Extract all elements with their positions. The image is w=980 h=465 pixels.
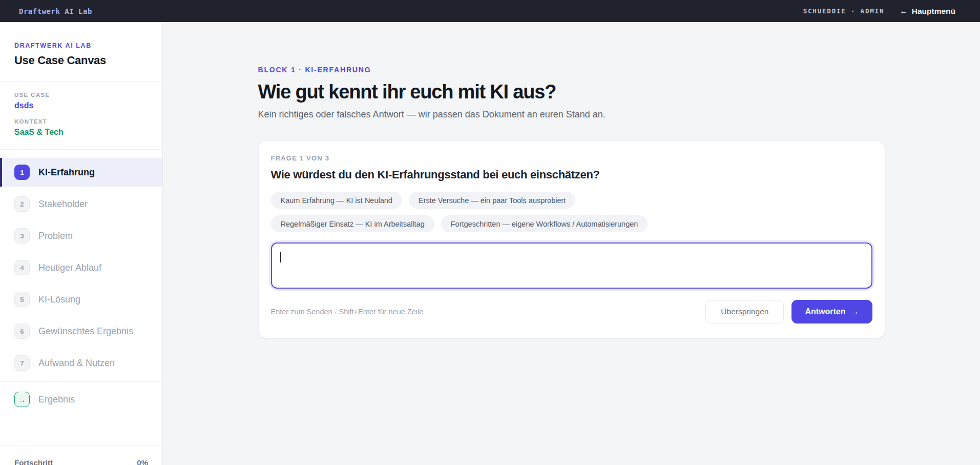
card-footer: Enter zum Senden · Shift+Enter für neue … bbox=[271, 300, 872, 324]
skip-button[interactable]: Überspringen bbox=[705, 300, 784, 324]
submit-button[interactable]: Antworten → bbox=[791, 300, 872, 324]
sidebar-step-heutiger-ablauf[interactable]: 4 Heutiger Ablauf bbox=[0, 253, 162, 282]
step-label: Problem bbox=[38, 231, 73, 241]
app-logo: Draftwerk AI Lab bbox=[19, 7, 92, 15]
step-number-badge: 3 bbox=[14, 228, 30, 244]
chip-fortgeschritten[interactable]: Fortgeschritten — eigene Workflows / Aut… bbox=[441, 215, 648, 232]
divider bbox=[0, 381, 162, 382]
progress-value: 0% bbox=[137, 458, 148, 465]
page-subtitle: Kein richtiges oder falsches Antwort — w… bbox=[258, 109, 885, 120]
chip-erste-versuche[interactable]: Erste Versuche — ein paar Tools ausprobi… bbox=[409, 192, 575, 209]
keyboard-hint: Enter zum Senden · Shift+Enter für neue … bbox=[271, 308, 424, 316]
step-label: Gewünschtes Ergebnis bbox=[38, 326, 133, 337]
sidebar-title: Use Case Canvas bbox=[14, 54, 148, 67]
text-caret bbox=[280, 252, 281, 262]
step-number-badge: 5 bbox=[14, 292, 30, 307]
step-label: Stakeholder bbox=[38, 199, 88, 210]
answer-input[interactable] bbox=[271, 242, 872, 289]
step-list: 1 KI-Erfahrung 2 Stakeholder 3 Problem 4… bbox=[0, 150, 162, 381]
main-content: BLOCK 1 · KI-ERFAHRUNG Wie gut kennt ihr… bbox=[258, 22, 885, 338]
question-card: FRAGE 1 VON 3 Wie würdest du den KI-Erfa… bbox=[258, 140, 885, 338]
sidebar-step-aufwand-nutzen[interactable]: 7 Aufwand & Nutzen bbox=[0, 349, 162, 377]
page-title: Wie gut kennt ihr euch mit KI aus? bbox=[258, 81, 885, 103]
context-value: SaaS & Tech bbox=[14, 128, 148, 137]
user-role-badge: SCHUEDDIE · ADMIN bbox=[803, 7, 885, 15]
step-number-badge: 6 bbox=[14, 324, 30, 339]
app-shell: DRAFTWERK AI LAB Use Case Canvas USE CAS… bbox=[0, 22, 980, 465]
step-label: Aufwand & Nutzen bbox=[38, 358, 115, 369]
step-number-badge: 7 bbox=[14, 355, 30, 371]
sidebar: DRAFTWERK AI LAB Use Case Canvas USE CAS… bbox=[0, 22, 163, 465]
question-text: Wie würdest du den KI-Erfahrungsstand be… bbox=[271, 168, 872, 181]
sidebar-step-ergebnis[interactable]: → Ergebnis bbox=[0, 385, 162, 414]
step-label: KI-Erfahrung bbox=[38, 167, 95, 178]
main-area: BLOCK 1 · KI-ERFAHRUNG Wie gut kennt ihr… bbox=[163, 22, 980, 465]
question-counter: FRAGE 1 VON 3 bbox=[271, 154, 872, 162]
sidebar-meta: USE CASE dsds KONTEXT SaaS & Tech bbox=[0, 82, 162, 149]
sidebar-step-stakeholder[interactable]: 2 Stakeholder bbox=[0, 190, 162, 218]
step-number-badge: 1 bbox=[14, 165, 30, 180]
sidebar-step-ki-loesung[interactable]: 5 KI-Lösung bbox=[0, 285, 162, 314]
sidebar-step-ki-erfahrung[interactable]: 1 KI-Erfahrung bbox=[0, 158, 162, 187]
sidebar-spacer bbox=[0, 414, 162, 446]
main-menu-label: Hauptmenü bbox=[912, 7, 955, 16]
progress-row: Fortschritt 0% bbox=[0, 446, 162, 465]
sidebar-eyebrow: DRAFTWERK AI LAB bbox=[14, 42, 148, 49]
use-case-label: USE CASE bbox=[14, 92, 148, 98]
chip-kaum-erfahrung[interactable]: Kaum Erfahrung — KI ist Neuland bbox=[271, 192, 402, 209]
arrow-right-icon: → bbox=[14, 392, 30, 407]
submit-label: Antworten bbox=[805, 307, 845, 316]
step-number-badge: 4 bbox=[14, 260, 30, 275]
context-label: KONTEXT bbox=[14, 118, 148, 125]
topbar-right: SCHUEDDIE · ADMIN ← Hauptmenü bbox=[803, 7, 955, 16]
answer-field-wrap bbox=[271, 242, 872, 289]
step-label: Ergebnis bbox=[38, 394, 75, 405]
sidebar-step-gewuenschtes-ergebnis[interactable]: 6 Gewünschtes Ergebnis bbox=[0, 317, 162, 346]
use-case-value: dsds bbox=[14, 101, 148, 110]
suggestion-chips: Kaum Erfahrung — KI ist Neuland Erste Ve… bbox=[271, 192, 696, 232]
progress-label: Fortschritt bbox=[14, 458, 53, 465]
chip-regelmaessiger-einsatz[interactable]: Regelmäßiger Einsatz — KI im Arbeitsallt… bbox=[271, 215, 434, 232]
step-label: KI-Lösung bbox=[38, 294, 80, 305]
step-number-badge: 2 bbox=[14, 196, 30, 212]
main-menu-link[interactable]: ← Hauptmenü bbox=[900, 7, 955, 16]
topbar: Draftwerk AI Lab SCHUEDDIE · ADMIN ← Hau… bbox=[0, 0, 980, 22]
arrow-right-icon: → bbox=[851, 307, 859, 316]
button-group: Überspringen Antworten → bbox=[705, 300, 872, 324]
block-eyebrow: BLOCK 1 · KI-ERFAHRUNG bbox=[258, 66, 885, 74]
arrow-left-icon: ← bbox=[900, 7, 908, 16]
sidebar-header: DRAFTWERK AI LAB Use Case Canvas bbox=[0, 22, 162, 81]
step-label: Heutiger Ablauf bbox=[38, 262, 101, 273]
sidebar-step-problem[interactable]: 3 Problem bbox=[0, 221, 162, 250]
